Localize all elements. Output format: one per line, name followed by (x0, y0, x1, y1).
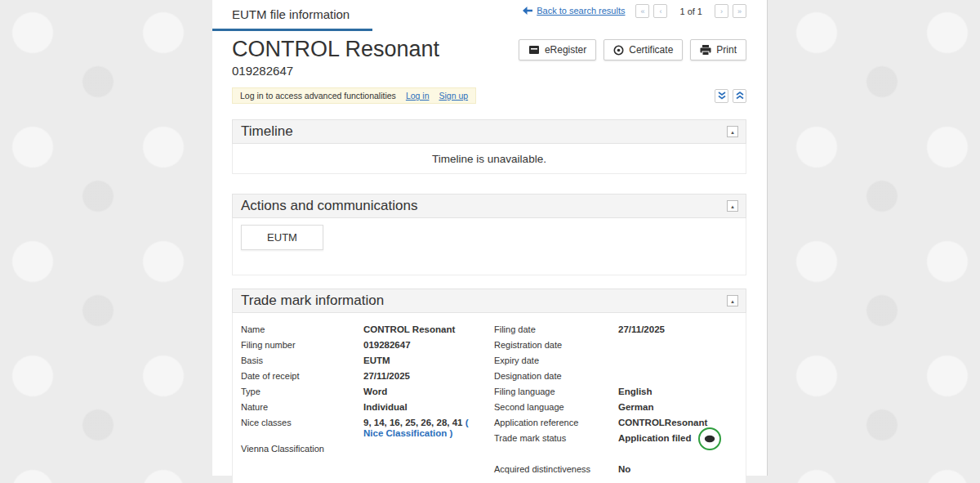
sections-container: Timeline ▴ Timeline is unavailable. Acti… (212, 119, 767, 483)
info-value: English (618, 387, 737, 397)
header-buttons: eRegister Certificate Print (519, 39, 746, 60)
back-arrow-icon (523, 7, 532, 15)
print-icon (700, 45, 711, 56)
info-value: CONTROLResonant (618, 418, 737, 428)
double-chevron-down-icon (718, 92, 726, 100)
info-value: 9, 14, 16, 25, 26, 28, 41 ( Nice Classif… (363, 418, 489, 439)
last-page-icon: » (737, 7, 742, 16)
eregister-label: eRegister (545, 44, 586, 56)
info-label: Filing language (494, 387, 618, 397)
info-row: Designation date (494, 371, 737, 382)
title-block: CONTROL Resonant 019282647 (232, 36, 439, 78)
eregister-icon (528, 45, 540, 55)
trademark-collapse-button[interactable]: ▴ (727, 295, 738, 306)
info-value: 019282647 (363, 340, 489, 351)
title-row: CONTROL Resonant 019282647 eRegister Cer… (212, 31, 767, 78)
prev-page-icon: ‹ (659, 7, 662, 16)
info-value: No (618, 464, 737, 475)
info-label: Nice classes (241, 418, 363, 428)
expand-all-button[interactable] (733, 89, 746, 103)
info-row (494, 449, 737, 459)
main-content-panel: EUTM file information Back to search res… (212, 0, 768, 476)
trademark-section-title: Trade mark information (241, 293, 384, 309)
next-page-icon: › (720, 7, 723, 16)
info-row: Filing language English (494, 387, 737, 397)
info-row: Nature Individual (241, 402, 489, 413)
top-actions: Back to search results « ‹ 1 of 1 › » (372, 0, 767, 31)
collapse-all-button[interactable] (715, 89, 728, 103)
info-row: Trade mark status Application filed (494, 433, 737, 444)
info-label: Acquired distinctiveness (494, 464, 618, 475)
info-label: Expiry date (494, 356, 618, 366)
info-label: Second language (494, 402, 618, 413)
actions-section: Actions and communications ▴ EUTM (232, 194, 746, 275)
certificate-label: Certificate (629, 44, 673, 56)
info-label: Vienna Classification (241, 444, 363, 454)
expand-collapse-controls (715, 89, 746, 103)
info-value: CONTROL Resonant (363, 324, 489, 335)
tab-eutm-file-information[interactable]: EUTM file information (212, 0, 372, 31)
next-page-button[interactable]: › (715, 4, 728, 18)
eutm-tab-button[interactable]: EUTM (241, 225, 323, 250)
info-label: Nature (241, 402, 363, 413)
info-label: Type (241, 387, 363, 397)
login-link[interactable]: Log in (406, 91, 430, 101)
certificate-icon (613, 45, 624, 56)
timeline-collapse-button[interactable]: ▴ (727, 126, 738, 137)
trademark-right-column: Filing date 27/11/2025 Registration date… (494, 324, 737, 480)
back-to-search-link[interactable]: Back to search results (523, 6, 625, 16)
timeline-section-title: Timeline (241, 123, 293, 140)
last-page-button[interactable]: » (733, 4, 746, 18)
login-row: Log in to access advanced functionalitie… (212, 78, 767, 104)
info-label: Name (241, 324, 363, 335)
back-link-label: Back to search results (537, 6, 625, 16)
info-row: Vienna Classification (241, 444, 489, 454)
signup-link[interactable]: Sign up (439, 91, 468, 101)
page-title: CONTROL Resonant (232, 36, 439, 62)
timeline-empty-message: Timeline is unavailable. (432, 153, 546, 165)
eutm-tab-label: EUTM (267, 231, 297, 244)
info-row: Basis EUTM (241, 356, 489, 366)
info-label: Filing date (494, 324, 618, 335)
certificate-button[interactable]: Certificate (604, 39, 683, 60)
info-row: Application reference CONTROLResonant (494, 418, 737, 428)
info-row: Acquired distinctiveness No (494, 464, 737, 475)
info-row: Filing number 019282647 (241, 340, 489, 351)
trademark-section-header: Trade mark information ▴ (232, 288, 746, 313)
actions-collapse-button[interactable]: ▴ (727, 200, 738, 212)
trademark-left-column: Name CONTROL Resonant Filing number 0192… (241, 324, 494, 480)
info-value: Individual (363, 402, 489, 413)
login-notice-bar: Log in to access advanced functionalitie… (232, 87, 476, 104)
info-row: Registration date (494, 340, 737, 351)
actions-body: EUTM (232, 218, 746, 275)
info-label: Application reference (494, 418, 618, 428)
prev-page-button[interactable]: ‹ (653, 4, 667, 18)
login-notice-text: Log in to access advanced functionalitie… (240, 91, 396, 101)
print-button[interactable]: Print (690, 39, 746, 60)
collapse-icon: ▴ (731, 203, 734, 209)
application-filed-status-icon (698, 427, 721, 450)
info-row: Nice classes 9, 14, 16, 25, 26, 28, 41 (… (241, 418, 489, 439)
info-label: Basis (241, 356, 363, 366)
info-value: Word (363, 387, 489, 397)
trademark-section: Trade mark information ▴ Name CONTROL Re… (232, 288, 746, 483)
first-page-button[interactable]: « (635, 4, 649, 18)
info-value: German (618, 402, 737, 413)
info-label: Registration date (494, 340, 618, 351)
double-chevron-up-icon (736, 92, 744, 100)
info-row: Expiry date (494, 356, 737, 366)
info-label: Date of receipt (241, 371, 363, 382)
info-value: 27/11/2025 (618, 324, 737, 335)
info-label: Designation date (494, 371, 618, 382)
eregister-button[interactable]: eRegister (519, 39, 596, 60)
nice-classification-link[interactable]: ( Nice Classification ) (363, 418, 469, 438)
page-indicator: 1 of 1 (679, 7, 702, 16)
timeline-body: Timeline is unavailable. (232, 144, 746, 174)
info-label: Trade mark status (494, 433, 618, 444)
collapse-icon: ▴ (731, 298, 734, 304)
top-bar: EUTM file information Back to search res… (212, 0, 767, 31)
trademark-body: Name CONTROL Resonant Filing number 0192… (232, 313, 746, 483)
info-value: EUTM (363, 356, 489, 366)
timeline-section: Timeline ▴ Timeline is unavailable. (232, 119, 746, 174)
info-row: Second language German (494, 402, 737, 413)
